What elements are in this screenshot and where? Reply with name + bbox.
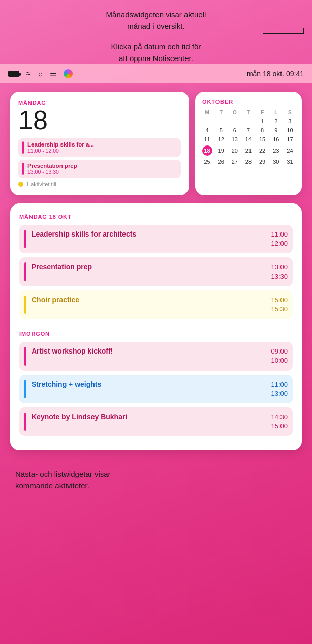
cal-row-5: 25 26 27 28 29 30 31	[200, 157, 297, 166]
event-content-leadership: Leadership skills for architects	[32, 230, 266, 248]
today-widget: MÅNDAG 18 Leadership skills for a... 11:…	[10, 92, 189, 195]
event-bar-presentation	[24, 262, 26, 281]
today-event-1[interactable]: Leadership skills for a... 11:00 - 12:00	[18, 138, 181, 157]
event-title-keynote: Keynote by Lindsey Bukhari	[32, 413, 266, 421]
event-time2-presentation: 13:30	[271, 273, 288, 280]
more-activities-label: 1 aktivitet till	[26, 181, 56, 187]
event-artist[interactable]: Artist workshop kickoff! 09:00 10:00	[19, 342, 293, 370]
cal-header-s: S	[283, 109, 297, 116]
event-info-1: Leadership skills for a... 11:00 - 12:00	[27, 141, 177, 154]
event-times-leadership: 11:00 12:00	[271, 230, 288, 248]
event-content-artist: Artist workshop kickoff!	[32, 347, 266, 365]
event-title-artist: Artist workshop kickoff!	[32, 347, 266, 355]
event-times-stretching: 11:00 13:00	[271, 380, 288, 398]
event-stretching[interactable]: Stretching + weights 11:00 13:00	[19, 375, 293, 403]
more-dot-icon	[18, 182, 23, 187]
calendar-widget: OKTOBER M T O T F L S	[195, 92, 302, 195]
event-time1-choir: 15:00	[271, 296, 288, 304]
cal-header-t2: T	[241, 109, 255, 116]
today-event-2[interactable]: Presentation prep 13:00 - 13:30	[18, 160, 181, 178]
menubar: ≈ ⌕ ⚌ mån 18 okt. 09:41	[0, 64, 312, 83]
calendar-today[interactable]: 18	[202, 145, 212, 156]
event-content-choir: Choir practice	[32, 296, 266, 314]
annotation-top-line2: månad i översikt.	[127, 22, 184, 31]
event-content-stretching: Stretching + weights	[32, 380, 266, 398]
event-time2-keynote: 15:00	[271, 422, 288, 430]
event-bar-choir	[24, 296, 26, 314]
siri-icon[interactable]	[64, 69, 73, 78]
annotation-mid: Klicka på datum och tid för att öppna No…	[0, 35, 312, 64]
section1-header: MÅNDAG 18 OKT	[19, 214, 293, 220]
annotation-mid-line2: att öppna Notiscenter.	[119, 54, 193, 63]
more-activities: 1 aktivitet till	[18, 181, 181, 187]
section2-header: IMORGON	[19, 331, 293, 337]
cal-header-o: O	[228, 109, 241, 116]
event-bar-artist	[24, 347, 26, 365]
event-time-1: 11:00 - 12:00	[27, 148, 177, 154]
annotation-bottom-line2: kommande aktiviteter.	[15, 481, 89, 490]
annotation-top-line1: Månadswidgeten visar aktuell	[106, 10, 206, 19]
event-times-choir: 15:00 15:30	[271, 296, 288, 314]
event-times-presentation: 13:00 13:30	[271, 262, 288, 281]
event-times-keynote: 14:30 15:00	[271, 413, 288, 431]
section-separator	[19, 325, 293, 326]
cal-row-1: 1 2 3	[200, 116, 297, 126]
event-title-2: Presentation prep	[27, 163, 177, 169]
annotation-top: Månadswidgeten visar aktuell månad i öve…	[0, 0, 312, 32]
event-times-artist: 09:00 10:00	[271, 347, 288, 365]
event-bar-2	[22, 163, 24, 175]
events-widget: MÅNDAG 18 OKT Leadership skills for arch…	[10, 203, 302, 450]
search-icon[interactable]: ⌕	[38, 69, 43, 78]
event-bar-stretching	[24, 380, 26, 398]
cal-header-m: M	[200, 109, 214, 116]
event-title-stretching: Stretching + weights	[32, 380, 266, 388]
event-bar-leadership	[24, 230, 26, 248]
event-time2-leadership: 12:00	[271, 240, 288, 247]
menubar-datetime[interactable]: mån 18 okt. 09:41	[247, 70, 304, 78]
control-center-icon[interactable]: ⚌	[50, 69, 56, 78]
event-time1-presentation: 13:00	[271, 263, 288, 271]
annotation-bottom-line1: Nästa- och listwidgetar visar	[15, 470, 111, 478]
event-info-2: Presentation prep 13:00 - 13:30	[27, 163, 177, 175]
main-content: MÅNDAG 18 Leadership skills for a... 11:…	[0, 83, 312, 458]
calendar-month-label: OKTOBER	[200, 99, 297, 105]
annotation-bottom: Nästa- och listwidgetar visar kommande a…	[0, 458, 312, 502]
cal-header-l: L	[269, 109, 283, 116]
calendar-grid: M T O T F L S 1	[200, 109, 297, 166]
event-time-2: 13:00 - 13:30	[27, 169, 177, 175]
event-time1-stretching: 11:00	[271, 380, 288, 388]
cal-header-t1: T	[214, 109, 228, 116]
calendar-header-row: M T O T F L S	[200, 109, 297, 116]
battery-icon	[8, 71, 19, 77]
event-time2-choir: 15:30	[271, 305, 288, 313]
event-title-choir: Choir practice	[32, 296, 266, 304]
event-title-1: Leadership skills for a...	[27, 141, 177, 148]
today-date-number: 18	[18, 107, 181, 133]
event-time1-keynote: 14:30	[271, 413, 288, 421]
event-time2-stretching: 13:00	[271, 390, 288, 397]
event-time2-artist: 10:00	[271, 357, 288, 364]
cal-row-2: 4 5 6 7 8 9 10	[200, 126, 297, 135]
event-bar-1	[22, 141, 24, 154]
event-bar-keynote	[24, 413, 26, 431]
event-title-presentation: Presentation prep	[32, 262, 266, 271]
event-title-leadership: Leadership skills for architects	[32, 230, 266, 238]
event-content-presentation: Presentation prep	[32, 262, 266, 281]
event-time1-artist: 09:00	[271, 347, 288, 355]
wifi-icon: ≈	[26, 69, 31, 78]
event-content-keynote: Keynote by Lindsey Bukhari	[32, 413, 266, 431]
widgets-row: MÅNDAG 18 Leadership skills for a... 11:…	[10, 92, 302, 195]
menubar-icons: ≈ ⌕ ⚌	[8, 69, 73, 78]
event-time1-leadership: 11:00	[271, 230, 288, 238]
event-leadership[interactable]: Leadership skills for architects 11:00 1…	[19, 225, 293, 253]
annotation-mid-line1: Klicka på datum och tid för	[111, 42, 201, 51]
event-presentation[interactable]: Presentation prep 13:00 13:30	[19, 257, 293, 286]
cal-row-3: 11 12 13 14 15 16 17	[200, 135, 297, 144]
cal-header-f: F	[256, 109, 269, 116]
event-choir[interactable]: Choir practice 15:00 15:30	[19, 290, 293, 319]
cal-row-4: 18 19 20 21 22 23 24	[200, 144, 297, 157]
event-keynote[interactable]: Keynote by Lindsey Bukhari 14:30 15:00	[19, 407, 293, 436]
bracket-indicator	[0, 33, 312, 34]
